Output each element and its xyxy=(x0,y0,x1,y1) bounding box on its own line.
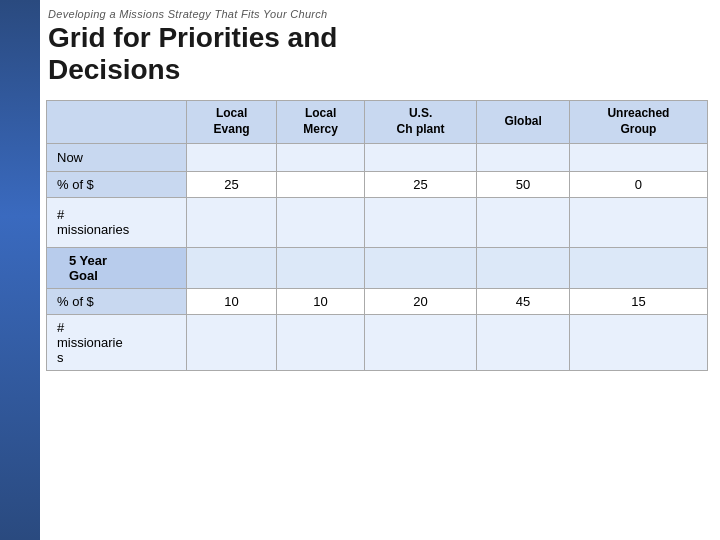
data-cell xyxy=(277,143,365,171)
data-cell-pct-unreached: 0 xyxy=(569,171,707,197)
title-line2: Decisions xyxy=(48,54,180,85)
data-cell-pct-local-evang: 25 xyxy=(187,171,277,197)
row-label-now: Now xyxy=(47,143,187,171)
data-cell xyxy=(187,143,277,171)
data-cell-pct2-unreached: 15 xyxy=(569,288,707,314)
data-cell xyxy=(277,197,365,247)
data-cell xyxy=(364,247,476,288)
col-header-label xyxy=(47,101,187,143)
data-cell-pct-global: 50 xyxy=(477,171,570,197)
row-label-missionaries: #missionaries xyxy=(47,197,187,247)
data-cell xyxy=(569,197,707,247)
table-row-missionaries2: #missionaries xyxy=(47,314,708,370)
data-cell xyxy=(187,314,277,370)
data-cell xyxy=(187,197,277,247)
data-cell xyxy=(477,247,570,288)
data-cell xyxy=(277,247,365,288)
col-header-global: Global xyxy=(477,101,570,143)
data-cell xyxy=(277,314,365,370)
table-row-pct2: % of $ 10 10 20 45 15 xyxy=(47,288,708,314)
row-label-missionaries2: #missionaries xyxy=(47,314,187,370)
row-label-pct: % of $ xyxy=(47,171,187,197)
data-cell xyxy=(569,314,707,370)
row-label-fiveyear: 5 YearGoal xyxy=(47,247,187,288)
data-cell xyxy=(187,247,277,288)
data-cell-pct2-global: 45 xyxy=(477,288,570,314)
row-label-pct2: % of $ xyxy=(47,288,187,314)
table-container: LocalEvang LocalMercy U.S.Ch plant Globa… xyxy=(46,100,708,370)
data-cell-pct-us-chplant: 25 xyxy=(364,171,476,197)
data-cell xyxy=(364,143,476,171)
content-wrapper: Developing a Missions Strategy That Fits… xyxy=(0,0,720,540)
header-area: Developing a Missions Strategy That Fits… xyxy=(0,0,720,92)
table-row-pct: % of $ 25 25 50 0 xyxy=(47,171,708,197)
priorities-table: LocalEvang LocalMercy U.S.Ch plant Globa… xyxy=(46,100,708,370)
data-cell xyxy=(364,197,476,247)
main-title: Grid for Priorities and Decisions xyxy=(48,22,708,86)
table-row-fiveyear: 5 YearGoal xyxy=(47,247,708,288)
title-line1: Grid for Priorities and xyxy=(48,22,337,53)
col-header-unreached: UnreachedGroup xyxy=(569,101,707,143)
data-cell xyxy=(477,197,570,247)
data-cell-pct2-local-evang: 10 xyxy=(187,288,277,314)
data-cell xyxy=(569,247,707,288)
table-row-now: Now xyxy=(47,143,708,171)
subtitle: Developing a Missions Strategy That Fits… xyxy=(48,8,708,20)
table-row-missionaries: #missionaries xyxy=(47,197,708,247)
data-cell xyxy=(477,143,570,171)
col-header-local-evang: LocalEvang xyxy=(187,101,277,143)
data-cell-pct2-local-mercy: 10 xyxy=(277,288,365,314)
data-cell-pct2-us-chplant: 20 xyxy=(364,288,476,314)
col-header-local-mercy: LocalMercy xyxy=(277,101,365,143)
col-header-us-chplant: U.S.Ch plant xyxy=(364,101,476,143)
data-cell xyxy=(477,314,570,370)
data-cell xyxy=(364,314,476,370)
data-cell-pct-local-mercy xyxy=(277,171,365,197)
data-cell xyxy=(569,143,707,171)
